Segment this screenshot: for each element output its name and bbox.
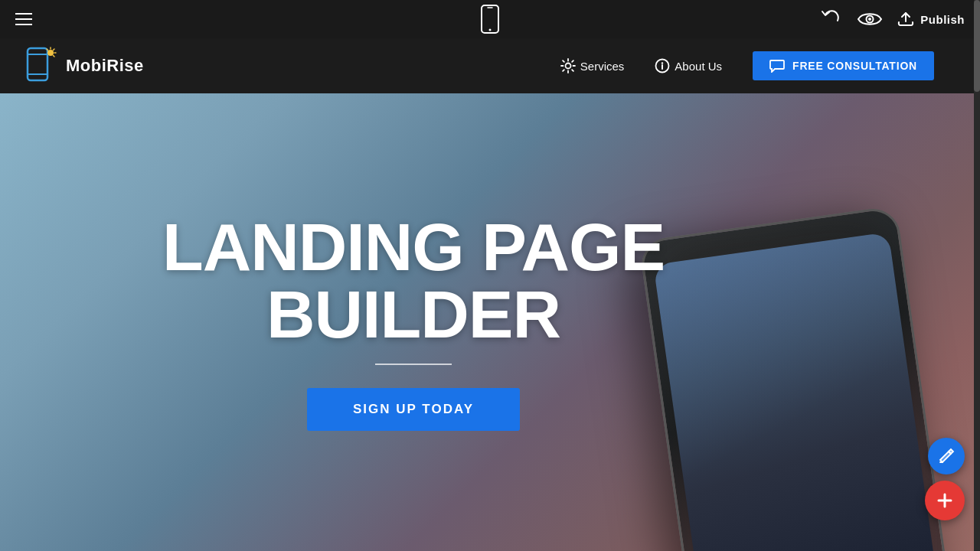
brand-logo bbox=[23, 47, 58, 85]
nav-item-services[interactable]: Services bbox=[560, 58, 625, 73]
scrollbar[interactable] bbox=[974, 0, 980, 551]
edit-fab-button[interactable] bbox=[928, 438, 965, 474]
svg-rect-5 bbox=[28, 48, 47, 80]
hero-title: LANDING PAGE BUILDER bbox=[162, 214, 665, 348]
brand-logo-link[interactable]: MobiRise bbox=[23, 47, 144, 85]
eye-icon bbox=[858, 11, 882, 28]
svg-point-2 bbox=[489, 29, 492, 31]
preview-button[interactable] bbox=[858, 11, 882, 28]
add-fab-button[interactable] bbox=[925, 481, 965, 520]
hero-title-line2: BUILDER bbox=[266, 276, 560, 352]
svg-point-17 bbox=[662, 62, 663, 64]
nav-item-about[interactable]: About Us bbox=[655, 58, 722, 73]
toolbar-right: Publish bbox=[821, 10, 965, 28]
phone-screen bbox=[653, 232, 936, 551]
signup-button[interactable]: SIGN UP TODAY bbox=[307, 388, 520, 431]
hamburger-menu-icon[interactable] bbox=[15, 13, 32, 25]
publish-label: Publish bbox=[920, 13, 965, 26]
navbar-nav: Services About Us FREE CONSULTATION bbox=[560, 51, 934, 80]
mobirise-logo-icon bbox=[23, 47, 58, 85]
undo-icon bbox=[821, 10, 842, 28]
svg-line-13 bbox=[47, 49, 48, 51]
svg-point-8 bbox=[47, 50, 54, 56]
hero-divider bbox=[375, 364, 452, 365]
phone-body bbox=[639, 205, 952, 551]
upload-icon bbox=[897, 11, 914, 27]
svg-point-14 bbox=[565, 64, 570, 69]
publish-button[interactable]: Publish bbox=[897, 11, 965, 27]
mobile-view-button[interactable] bbox=[480, 4, 500, 34]
svg-point-4 bbox=[868, 18, 871, 21]
navbar: MobiRise Services About Us bbox=[0, 38, 980, 93]
hero-content: LANDING PAGE BUILDER SIGN UP TODAY bbox=[162, 214, 665, 431]
cta-label: FREE CONSULTATION bbox=[792, 60, 917, 72]
brand-name: MobiRise bbox=[66, 56, 144, 76]
services-gear-icon bbox=[560, 58, 576, 73]
undo-button[interactable] bbox=[821, 10, 842, 28]
free-consultation-button[interactable]: FREE CONSULTATION bbox=[753, 51, 934, 80]
plus-icon bbox=[936, 491, 954, 510]
phone-icon bbox=[480, 4, 500, 34]
about-info-icon bbox=[655, 58, 670, 73]
toolbar-center bbox=[480, 4, 500, 34]
chat-icon bbox=[769, 59, 785, 73]
toolbar-left bbox=[15, 13, 32, 25]
nav-label-services: Services bbox=[580, 60, 625, 73]
svg-line-10 bbox=[54, 49, 55, 51]
hero-section: LANDING PAGE BUILDER SIGN UP TODAY bbox=[0, 93, 980, 551]
toolbar: Publish bbox=[0, 0, 980, 38]
svg-line-12 bbox=[54, 56, 55, 57]
phone-silhouette bbox=[658, 176, 919, 551]
pencil-icon bbox=[938, 448, 955, 465]
nav-label-about: About Us bbox=[675, 60, 722, 73]
scrollbar-thumb bbox=[974, 0, 980, 92]
hero-title-line1: LANDING PAGE bbox=[162, 209, 665, 285]
